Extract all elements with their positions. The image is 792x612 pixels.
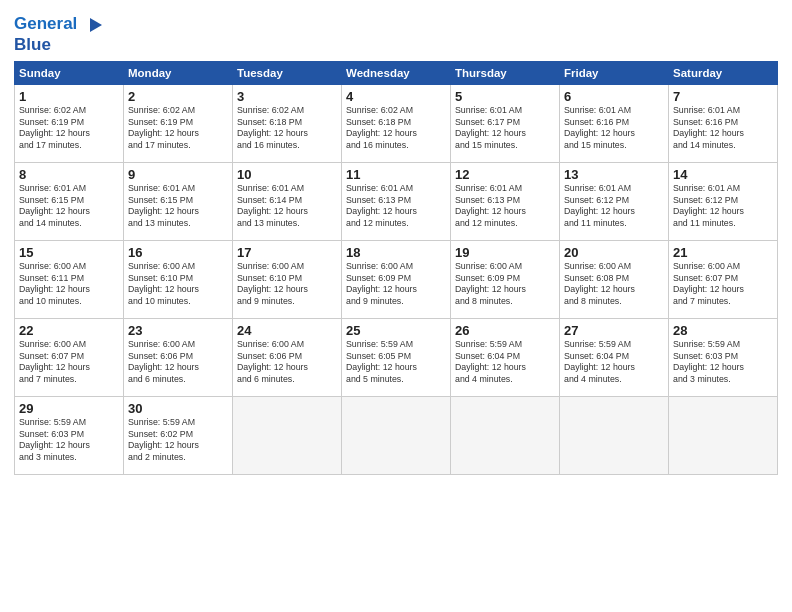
day-details: Sunrise: 6:00 AMSunset: 6:08 PMDaylight:… bbox=[564, 261, 664, 309]
day-cell: 4Sunrise: 6:02 AMSunset: 6:18 PMDaylight… bbox=[342, 84, 451, 162]
col-header-tuesday: Tuesday bbox=[233, 61, 342, 84]
day-cell: 5Sunrise: 6:01 AMSunset: 6:17 PMDaylight… bbox=[451, 84, 560, 162]
day-details: Sunrise: 6:02 AMSunset: 6:19 PMDaylight:… bbox=[128, 105, 228, 153]
col-header-friday: Friday bbox=[560, 61, 669, 84]
day-number: 16 bbox=[128, 245, 228, 260]
day-details: Sunrise: 6:00 AMSunset: 6:06 PMDaylight:… bbox=[237, 339, 337, 387]
day-number: 11 bbox=[346, 167, 446, 182]
day-number: 24 bbox=[237, 323, 337, 338]
day-number: 21 bbox=[673, 245, 773, 260]
day-cell bbox=[451, 396, 560, 474]
day-cell: 28Sunrise: 5:59 AMSunset: 6:03 PMDayligh… bbox=[669, 318, 778, 396]
day-number: 1 bbox=[19, 89, 119, 104]
day-number: 22 bbox=[19, 323, 119, 338]
week-row-4: 22Sunrise: 6:00 AMSunset: 6:07 PMDayligh… bbox=[15, 318, 778, 396]
day-number: 3 bbox=[237, 89, 337, 104]
day-number: 5 bbox=[455, 89, 555, 104]
day-cell: 24Sunrise: 6:00 AMSunset: 6:06 PMDayligh… bbox=[233, 318, 342, 396]
day-cell: 2Sunrise: 6:02 AMSunset: 6:19 PMDaylight… bbox=[124, 84, 233, 162]
day-details: Sunrise: 6:01 AMSunset: 6:12 PMDaylight:… bbox=[673, 183, 773, 231]
day-details: Sunrise: 6:01 AMSunset: 6:15 PMDaylight:… bbox=[19, 183, 119, 231]
day-cell: 6Sunrise: 6:01 AMSunset: 6:16 PMDaylight… bbox=[560, 84, 669, 162]
day-number: 6 bbox=[564, 89, 664, 104]
col-header-saturday: Saturday bbox=[669, 61, 778, 84]
day-number: 15 bbox=[19, 245, 119, 260]
day-number: 25 bbox=[346, 323, 446, 338]
day-details: Sunrise: 5:59 AMSunset: 6:03 PMDaylight:… bbox=[673, 339, 773, 387]
day-number: 29 bbox=[19, 401, 119, 416]
day-cell: 29Sunrise: 5:59 AMSunset: 6:03 PMDayligh… bbox=[15, 396, 124, 474]
col-header-thursday: Thursday bbox=[451, 61, 560, 84]
day-cell: 7Sunrise: 6:01 AMSunset: 6:16 PMDaylight… bbox=[669, 84, 778, 162]
logo-text: General bbox=[14, 14, 106, 36]
day-details: Sunrise: 6:00 AMSunset: 6:10 PMDaylight:… bbox=[237, 261, 337, 309]
day-number: 17 bbox=[237, 245, 337, 260]
day-cell: 1Sunrise: 6:02 AMSunset: 6:19 PMDaylight… bbox=[15, 84, 124, 162]
day-number: 18 bbox=[346, 245, 446, 260]
header-row: SundayMondayTuesdayWednesdayThursdayFrid… bbox=[15, 61, 778, 84]
logo-icon bbox=[84, 14, 106, 36]
day-cell: 3Sunrise: 6:02 AMSunset: 6:18 PMDaylight… bbox=[233, 84, 342, 162]
day-cell: 26Sunrise: 5:59 AMSunset: 6:04 PMDayligh… bbox=[451, 318, 560, 396]
day-details: Sunrise: 6:00 AMSunset: 6:09 PMDaylight:… bbox=[455, 261, 555, 309]
calendar-body: 1Sunrise: 6:02 AMSunset: 6:19 PMDaylight… bbox=[15, 84, 778, 474]
day-number: 26 bbox=[455, 323, 555, 338]
day-number: 14 bbox=[673, 167, 773, 182]
day-details: Sunrise: 6:01 AMSunset: 6:13 PMDaylight:… bbox=[346, 183, 446, 231]
day-details: Sunrise: 6:01 AMSunset: 6:15 PMDaylight:… bbox=[128, 183, 228, 231]
day-number: 7 bbox=[673, 89, 773, 104]
day-cell: 15Sunrise: 6:00 AMSunset: 6:11 PMDayligh… bbox=[15, 240, 124, 318]
day-cell: 16Sunrise: 6:00 AMSunset: 6:10 PMDayligh… bbox=[124, 240, 233, 318]
day-number: 10 bbox=[237, 167, 337, 182]
day-cell bbox=[233, 396, 342, 474]
day-details: Sunrise: 6:01 AMSunset: 6:16 PMDaylight:… bbox=[673, 105, 773, 153]
day-cell: 19Sunrise: 6:00 AMSunset: 6:09 PMDayligh… bbox=[451, 240, 560, 318]
day-cell: 8Sunrise: 6:01 AMSunset: 6:15 PMDaylight… bbox=[15, 162, 124, 240]
week-row-2: 8Sunrise: 6:01 AMSunset: 6:15 PMDaylight… bbox=[15, 162, 778, 240]
day-details: Sunrise: 6:00 AMSunset: 6:11 PMDaylight:… bbox=[19, 261, 119, 309]
week-row-3: 15Sunrise: 6:00 AMSunset: 6:11 PMDayligh… bbox=[15, 240, 778, 318]
day-details: Sunrise: 6:01 AMSunset: 6:12 PMDaylight:… bbox=[564, 183, 664, 231]
calendar-table: SundayMondayTuesdayWednesdayThursdayFrid… bbox=[14, 61, 778, 475]
svg-marker-0 bbox=[90, 18, 102, 32]
week-row-5: 29Sunrise: 5:59 AMSunset: 6:03 PMDayligh… bbox=[15, 396, 778, 474]
col-header-sunday: Sunday bbox=[15, 61, 124, 84]
logo-blue: Blue bbox=[14, 36, 106, 55]
day-cell: 11Sunrise: 6:01 AMSunset: 6:13 PMDayligh… bbox=[342, 162, 451, 240]
day-details: Sunrise: 6:00 AMSunset: 6:06 PMDaylight:… bbox=[128, 339, 228, 387]
day-details: Sunrise: 6:01 AMSunset: 6:14 PMDaylight:… bbox=[237, 183, 337, 231]
day-details: Sunrise: 6:02 AMSunset: 6:18 PMDaylight:… bbox=[237, 105, 337, 153]
day-cell: 10Sunrise: 6:01 AMSunset: 6:14 PMDayligh… bbox=[233, 162, 342, 240]
week-row-1: 1Sunrise: 6:02 AMSunset: 6:19 PMDaylight… bbox=[15, 84, 778, 162]
day-number: 20 bbox=[564, 245, 664, 260]
day-cell: 23Sunrise: 6:00 AMSunset: 6:06 PMDayligh… bbox=[124, 318, 233, 396]
day-details: Sunrise: 6:00 AMSunset: 6:10 PMDaylight:… bbox=[128, 261, 228, 309]
col-header-wednesday: Wednesday bbox=[342, 61, 451, 84]
day-cell: 9Sunrise: 6:01 AMSunset: 6:15 PMDaylight… bbox=[124, 162, 233, 240]
day-number: 4 bbox=[346, 89, 446, 104]
day-details: Sunrise: 5:59 AMSunset: 6:05 PMDaylight:… bbox=[346, 339, 446, 387]
day-number: 27 bbox=[564, 323, 664, 338]
day-number: 9 bbox=[128, 167, 228, 182]
day-details: Sunrise: 6:01 AMSunset: 6:17 PMDaylight:… bbox=[455, 105, 555, 153]
day-number: 23 bbox=[128, 323, 228, 338]
day-cell: 17Sunrise: 6:00 AMSunset: 6:10 PMDayligh… bbox=[233, 240, 342, 318]
day-details: Sunrise: 6:02 AMSunset: 6:18 PMDaylight:… bbox=[346, 105, 446, 153]
header: General Blue bbox=[14, 10, 778, 55]
day-cell: 30Sunrise: 5:59 AMSunset: 6:02 PMDayligh… bbox=[124, 396, 233, 474]
col-header-monday: Monday bbox=[124, 61, 233, 84]
day-cell: 18Sunrise: 6:00 AMSunset: 6:09 PMDayligh… bbox=[342, 240, 451, 318]
day-details: Sunrise: 5:59 AMSunset: 6:04 PMDaylight:… bbox=[455, 339, 555, 387]
calendar-header: SundayMondayTuesdayWednesdayThursdayFrid… bbox=[15, 61, 778, 84]
day-details: Sunrise: 6:01 AMSunset: 6:16 PMDaylight:… bbox=[564, 105, 664, 153]
day-cell: 22Sunrise: 6:00 AMSunset: 6:07 PMDayligh… bbox=[15, 318, 124, 396]
day-number: 30 bbox=[128, 401, 228, 416]
day-details: Sunrise: 6:02 AMSunset: 6:19 PMDaylight:… bbox=[19, 105, 119, 153]
day-number: 2 bbox=[128, 89, 228, 104]
day-number: 28 bbox=[673, 323, 773, 338]
day-number: 12 bbox=[455, 167, 555, 182]
day-cell: 20Sunrise: 6:00 AMSunset: 6:08 PMDayligh… bbox=[560, 240, 669, 318]
day-details: Sunrise: 6:00 AMSunset: 6:09 PMDaylight:… bbox=[346, 261, 446, 309]
day-number: 13 bbox=[564, 167, 664, 182]
day-details: Sunrise: 6:01 AMSunset: 6:13 PMDaylight:… bbox=[455, 183, 555, 231]
